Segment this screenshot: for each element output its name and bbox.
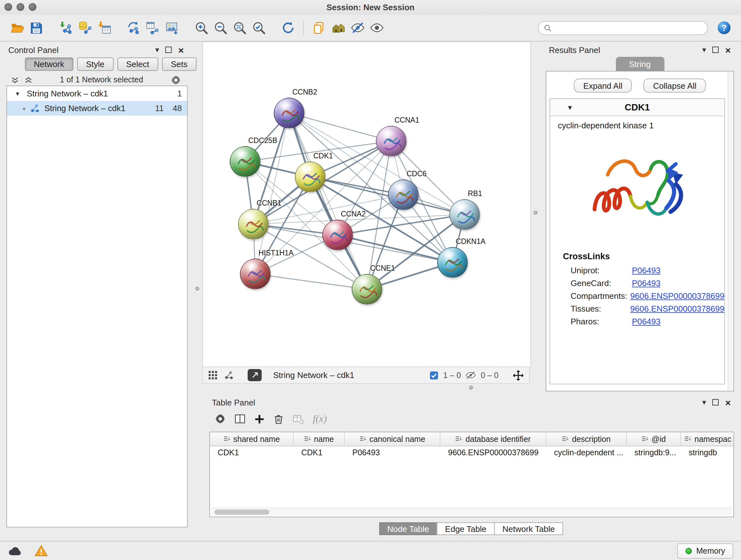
tab-select[interactable]: Select xyxy=(117,57,158,71)
hidden-elements-icon[interactable] xyxy=(465,371,476,379)
import-table-file-icon[interactable] xyxy=(94,18,114,37)
export-table-icon[interactable] xyxy=(143,18,162,37)
tab-style[interactable]: Style xyxy=(77,57,113,71)
help-icon[interactable]: ? xyxy=(714,18,733,37)
panel-close-icon[interactable]: × xyxy=(725,397,731,407)
table-row[interactable]: CDK1 CDK1 P06493 9606.ENSP00000378699 cy… xyxy=(210,446,733,459)
export-image-icon[interactable] xyxy=(162,18,181,37)
column-header-description[interactable]: description xyxy=(546,432,627,446)
export-network-icon[interactable] xyxy=(124,18,143,37)
open-in-browser-button[interactable] xyxy=(248,369,262,381)
network-collection-row[interactable]: ▼ String Network – cdk1 1 xyxy=(7,86,187,101)
panel-menu-icon[interactable]: ▾ xyxy=(702,398,706,406)
cell-id[interactable]: stringdb:9... xyxy=(627,446,681,459)
results-scrollbar[interactable] xyxy=(728,72,733,390)
collapse-all-button[interactable]: Collapse All xyxy=(644,78,706,92)
add-column-icon[interactable] xyxy=(254,414,265,424)
right-splitter-handle[interactable] xyxy=(534,211,537,214)
network-node-ccna2[interactable] xyxy=(322,220,353,250)
column-header-id[interactable]: @id xyxy=(627,432,681,446)
cell-name[interactable]: CDK1 xyxy=(293,446,345,459)
zoom-fit-icon[interactable] xyxy=(230,18,249,37)
network-node-hist1h1a[interactable] xyxy=(240,259,271,289)
network-node-rb1[interactable] xyxy=(449,199,480,230)
delete-column-icon[interactable] xyxy=(273,414,284,424)
cell-database-identifier[interactable]: 9606.ENSP00000378699 xyxy=(441,446,546,459)
zoom-selected-icon[interactable] xyxy=(249,18,268,37)
panel-close-icon[interactable]: × xyxy=(725,45,731,55)
close-window-button[interactable] xyxy=(4,3,12,11)
network-selection-status: 1 of 1 Network selected xyxy=(38,75,165,84)
home-layouts-icon[interactable] xyxy=(329,18,348,37)
tab-network[interactable]: Network xyxy=(25,57,73,71)
pan-crosshair-icon[interactable] xyxy=(513,369,524,381)
table-scrollbar-thumb[interactable] xyxy=(214,509,269,514)
panel-close-icon[interactable]: × xyxy=(178,45,184,55)
panel-float-icon[interactable] xyxy=(712,399,719,406)
network-options-gear-icon[interactable] xyxy=(171,74,181,85)
refresh-layout-icon[interactable] xyxy=(278,18,297,37)
panel-float-icon[interactable] xyxy=(712,47,719,53)
network-share-icon[interactable] xyxy=(224,370,233,380)
tree-expanded-icon[interactable]: ▼ xyxy=(15,90,22,97)
minimize-window-button[interactable] xyxy=(17,3,24,11)
network-node-cdkn1a[interactable] xyxy=(437,247,468,278)
cell-shared-name[interactable]: CDK1 xyxy=(210,446,293,459)
search-input[interactable] xyxy=(555,23,702,33)
column-header-namespace[interactable]: namespac xyxy=(681,432,734,446)
show-columns-icon[interactable] xyxy=(234,413,246,425)
panel-menu-icon[interactable]: ▾ xyxy=(702,46,706,54)
show-graphics-details-icon[interactable] xyxy=(367,18,386,37)
column-header-database-identifier[interactable]: database identifier xyxy=(441,432,546,446)
crosslink-tissues-link[interactable]: 9606.ENSP00000378699 xyxy=(630,304,724,313)
import-network-file-icon[interactable] xyxy=(56,18,75,37)
collapse-all-networks-icon[interactable] xyxy=(11,76,19,84)
network-node-ccnb1[interactable] xyxy=(238,209,269,240)
table-options-gear-icon[interactable] xyxy=(214,413,226,425)
panel-float-icon[interactable] xyxy=(165,47,172,53)
tab-network-table[interactable]: Network Table xyxy=(494,522,563,535)
expand-all-button[interactable]: Expand All xyxy=(574,78,632,92)
left-splitter-handle[interactable] xyxy=(195,287,199,291)
crosslink-genecard-link[interactable]: P06493 xyxy=(632,278,661,288)
cell-description[interactable]: cyclin-dependent ... xyxy=(546,446,627,459)
zoom-out-icon[interactable] xyxy=(211,18,230,37)
open-session-icon[interactable] xyxy=(8,18,27,37)
network-node-ccnb2[interactable] xyxy=(274,98,305,128)
import-network-database-icon[interactable] xyxy=(75,18,94,37)
network-node-cdc25b[interactable] xyxy=(230,146,260,177)
expand-all-networks-icon[interactable] xyxy=(24,76,32,84)
network-node-cdc6[interactable] xyxy=(388,179,419,210)
cloud-status-icon[interactable] xyxy=(8,545,23,557)
tab-node-table[interactable]: Node Table xyxy=(379,522,437,535)
network-node-ccne1[interactable] xyxy=(352,274,382,305)
column-header-canonical-name[interactable]: canonical name xyxy=(345,432,441,446)
birds-eye-view-icon[interactable] xyxy=(208,370,218,380)
column-header-name[interactable]: name xyxy=(293,432,345,446)
horizontal-splitter-handle[interactable] xyxy=(469,386,473,389)
cell-namespace[interactable]: stringdb xyxy=(681,446,734,459)
network-node-ccna1[interactable] xyxy=(376,126,407,157)
memory-button[interactable]: Memory xyxy=(677,543,733,558)
selected-nodes-checkbox-icon[interactable] xyxy=(430,371,439,380)
cell-canonical-name[interactable]: P06493 xyxy=(345,446,441,459)
panel-menu-icon[interactable]: ▾ xyxy=(155,46,159,54)
tab-string[interactable]: String xyxy=(616,57,664,71)
network-node-cdk1[interactable] xyxy=(295,162,326,192)
crosslink-uniprot-link[interactable]: P06493 xyxy=(632,265,661,275)
crosslink-compartments-link[interactable]: 9606.ENSP00000378699 xyxy=(630,291,724,300)
zoom-window-button[interactable] xyxy=(29,3,37,11)
section-expanded-icon[interactable]: ▼ xyxy=(567,104,573,111)
network-row-selected[interactable]: ● String Network – cdk1 11 48 xyxy=(7,101,187,116)
zoom-in-icon[interactable] xyxy=(192,18,211,37)
tab-edge-table[interactable]: Edge Table xyxy=(437,522,495,535)
column-header-shared-name[interactable]: shared name xyxy=(210,432,293,446)
protein-section-header[interactable]: ▼ CDK1 xyxy=(550,99,724,116)
warning-status-icon[interactable] xyxy=(35,545,48,557)
copy-icon[interactable] xyxy=(310,18,329,37)
network-canvas[interactable]: CCNB2CCNA1CDC25BCDK1CDC6RB1CCNB1CCNA2CDK… xyxy=(202,42,531,368)
hide-graphics-details-icon[interactable] xyxy=(348,18,367,37)
save-session-icon[interactable] xyxy=(27,18,46,37)
crosslink-pharos-link[interactable]: P06493 xyxy=(632,316,661,326)
tab-sets[interactable]: Sets xyxy=(162,57,196,71)
